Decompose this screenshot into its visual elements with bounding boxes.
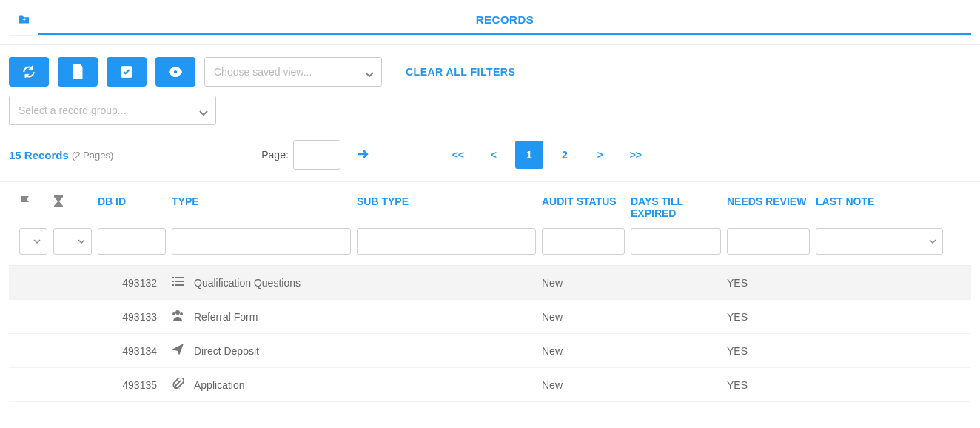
cell-needs: YES bbox=[727, 379, 816, 391]
pager-prev[interactable]: < bbox=[480, 141, 508, 169]
pager-first[interactable]: << bbox=[444, 141, 472, 169]
saved-view-dropdown[interactable]: Choose saved view... bbox=[204, 57, 382, 87]
cell-type: Application bbox=[194, 379, 245, 391]
records-count: 15 Records bbox=[9, 149, 69, 161]
filter-subtype[interactable] bbox=[357, 228, 536, 255]
chevron-down-icon bbox=[199, 110, 208, 116]
cell-audit: New bbox=[542, 345, 631, 357]
cell-audit: New bbox=[542, 379, 631, 391]
approve-button[interactable] bbox=[107, 57, 147, 87]
filter-last[interactable] bbox=[816, 228, 943, 255]
pages-count: (2 Pages) bbox=[72, 150, 113, 161]
svg-point-7 bbox=[180, 312, 183, 315]
svg-rect-1 bbox=[24, 18, 24, 21]
cell-dbid: 493133 bbox=[98, 311, 172, 323]
clip-icon bbox=[172, 378, 184, 392]
list-icon bbox=[172, 276, 184, 289]
filter-type[interactable] bbox=[172, 228, 351, 255]
tab-records[interactable]: RECORDS bbox=[38, 6, 971, 35]
pager-last[interactable]: >> bbox=[622, 141, 650, 169]
cell-audit: New bbox=[542, 311, 631, 323]
cell-dbid: 493132 bbox=[98, 277, 172, 289]
cell-type: Referral Form bbox=[194, 311, 258, 323]
filter-days[interactable] bbox=[631, 228, 721, 255]
file-export-icon: X bbox=[72, 64, 84, 79]
table-row[interactable]: 493135ApplicationNewYES bbox=[9, 368, 971, 402]
page-label: Page: bbox=[261, 149, 289, 161]
refresh-button[interactable] bbox=[9, 57, 49, 87]
chevron-down-icon bbox=[365, 72, 374, 78]
hourglass-icon[interactable] bbox=[53, 195, 64, 209]
cell-type: Qualification Questions bbox=[194, 277, 301, 289]
filter-flag[interactable] bbox=[19, 228, 47, 255]
view-button[interactable] bbox=[155, 57, 195, 87]
cell-needs: YES bbox=[727, 277, 816, 289]
people-icon bbox=[172, 310, 184, 324]
page-input[interactable] bbox=[293, 140, 340, 170]
record-group-placeholder: Select a record group... bbox=[19, 104, 127, 116]
table-row[interactable]: 493134Direct DepositNewYES bbox=[9, 334, 971, 368]
cell-audit: New bbox=[542, 277, 631, 289]
column-subtype[interactable]: SUB TYPE bbox=[357, 195, 542, 207]
table-row[interactable]: 493133Referral FormNewYES bbox=[9, 300, 971, 334]
clear-filters-button[interactable]: CLEAR ALL FILTERS bbox=[406, 66, 515, 78]
cell-needs: YES bbox=[727, 311, 816, 323]
filter-audit[interactable] bbox=[542, 228, 625, 255]
svg-point-4 bbox=[173, 70, 177, 73]
pager-next[interactable]: > bbox=[586, 141, 614, 169]
chevron-down-icon bbox=[78, 239, 85, 244]
record-group-dropdown[interactable]: Select a record group... bbox=[9, 96, 216, 125]
svg-point-5 bbox=[175, 310, 180, 315]
send-icon bbox=[172, 344, 184, 358]
chevron-down-icon bbox=[929, 239, 936, 244]
column-days[interactable]: DAYS TILL EXPIRED bbox=[631, 195, 727, 219]
column-type[interactable]: TYPE bbox=[172, 195, 357, 207]
chevron-down-icon bbox=[33, 239, 41, 244]
pager-page-2[interactable]: 2 bbox=[551, 141, 579, 169]
arrow-right-icon bbox=[355, 147, 370, 161]
filter-needs[interactable] bbox=[727, 228, 810, 255]
table-row[interactable]: 493132Qualification QuestionsNewYES bbox=[9, 266, 971, 300]
go-button[interactable] bbox=[355, 147, 370, 164]
filter-dbid[interactable] bbox=[98, 228, 166, 255]
column-audit[interactable]: AUDIT STATUS bbox=[542, 195, 631, 207]
eye-icon bbox=[167, 67, 184, 77]
flag-icon[interactable] bbox=[19, 195, 31, 209]
column-needs[interactable]: NEEDS REVIEW bbox=[727, 195, 816, 207]
folder-plus-icon bbox=[17, 14, 30, 24]
refresh-icon bbox=[21, 64, 36, 79]
add-tab-button[interactable] bbox=[9, 6, 38, 33]
saved-view-placeholder: Choose saved view... bbox=[214, 66, 312, 78]
svg-text:X: X bbox=[75, 70, 80, 76]
cell-type: Direct Deposit bbox=[194, 345, 259, 357]
export-button[interactable]: X bbox=[58, 57, 98, 87]
column-last[interactable]: LAST NOTE bbox=[816, 195, 949, 207]
svg-point-6 bbox=[172, 312, 175, 315]
cell-dbid: 493135 bbox=[98, 379, 172, 391]
pager-page-1[interactable]: 1 bbox=[515, 141, 543, 169]
checkbox-icon bbox=[120, 65, 133, 78]
column-dbid[interactable]: DB ID bbox=[98, 195, 172, 207]
filter-hourglass[interactable] bbox=[53, 228, 92, 255]
cell-dbid: 493134 bbox=[98, 345, 172, 357]
cell-needs: YES bbox=[727, 345, 816, 357]
